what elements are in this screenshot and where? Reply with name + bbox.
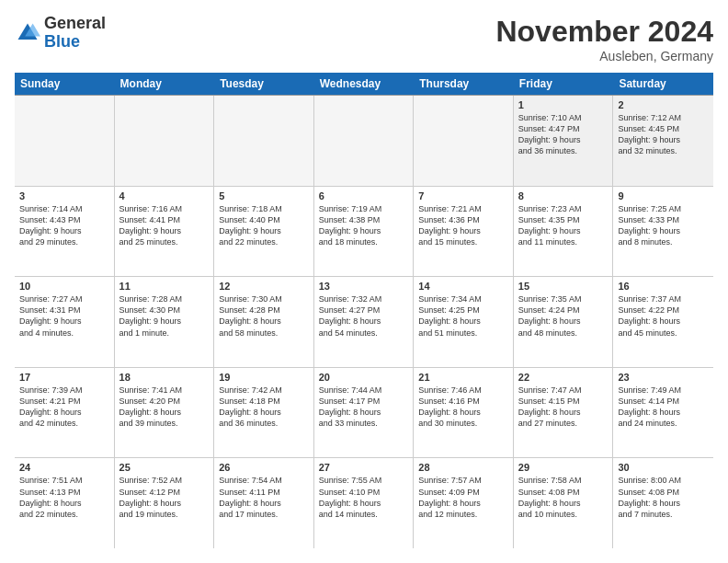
calendar-cell [115, 96, 215, 186]
day-number: 3 [19, 190, 109, 201]
logo: General Blue [15, 15, 106, 52]
day-number: 10 [19, 281, 109, 292]
day-info: Sunrise: 7:23 AM Sunset: 4:35 PM Dayligh… [518, 203, 609, 248]
day-info: Sunrise: 7:30 AM Sunset: 4:28 PM Dayligh… [219, 293, 309, 339]
calendar-week: 3Sunrise: 7:14 AM Sunset: 4:43 PM Daylig… [15, 187, 713, 278]
calendar-cell: 1Sunrise: 7:10 AM Sunset: 4:47 PM Daylig… [514, 96, 614, 186]
day-info: Sunrise: 7:28 AM Sunset: 4:30 PM Dayligh… [119, 293, 210, 339]
day-number: 13 [319, 281, 409, 292]
day-info: Sunrise: 7:44 AM Sunset: 4:17 PM Dayligh… [319, 385, 409, 430]
calendar-cell: 20Sunrise: 7:44 AM Sunset: 4:17 PM Dayli… [314, 368, 415, 458]
calendar-cell: 19Sunrise: 7:42 AM Sunset: 4:18 PM Dayli… [214, 368, 314, 458]
day-number: 18 [119, 372, 210, 383]
day-number: 22 [518, 372, 609, 383]
calendar-cell: 27Sunrise: 7:55 AM Sunset: 4:10 PM Dayli… [314, 458, 415, 548]
calendar-body: 1Sunrise: 7:10 AM Sunset: 4:47 PM Daylig… [15, 96, 713, 548]
page: General Blue November 2024 Ausleben, Ger… [0, 0, 728, 563]
day-info: Sunrise: 7:32 AM Sunset: 4:27 PM Dayligh… [319, 293, 409, 339]
calendar-cell: 4Sunrise: 7:16 AM Sunset: 4:41 PM Daylig… [115, 187, 215, 277]
weekday-header: Friday [514, 73, 614, 95]
calendar-cell: 23Sunrise: 7:49 AM Sunset: 4:14 PM Dayli… [613, 368, 713, 458]
day-info: Sunrise: 7:52 AM Sunset: 4:12 PM Dayligh… [119, 475, 210, 520]
calendar-cell: 8Sunrise: 7:23 AM Sunset: 4:35 PM Daylig… [514, 187, 614, 277]
calendar-cell: 6Sunrise: 7:19 AM Sunset: 4:38 PM Daylig… [314, 187, 415, 277]
logo-text: General Blue [44, 15, 106, 52]
calendar-cell: 3Sunrise: 7:14 AM Sunset: 4:43 PM Daylig… [15, 187, 115, 277]
day-number: 1 [518, 99, 609, 110]
weekday-header: Sunday [15, 73, 115, 95]
day-number: 19 [219, 372, 309, 383]
day-number: 25 [119, 462, 210, 473]
calendar-week: 10Sunrise: 7:27 AM Sunset: 4:31 PM Dayli… [15, 277, 713, 368]
calendar-cell: 25Sunrise: 7:52 AM Sunset: 4:12 PM Dayli… [115, 458, 215, 548]
day-number: 5 [219, 190, 309, 201]
calendar-cell: 21Sunrise: 7:46 AM Sunset: 4:16 PM Dayli… [414, 368, 514, 458]
calendar-week: 1Sunrise: 7:10 AM Sunset: 4:47 PM Daylig… [15, 96, 713, 187]
day-info: Sunrise: 7:37 AM Sunset: 4:22 PM Dayligh… [618, 293, 709, 339]
day-info: Sunrise: 7:10 AM Sunset: 4:47 PM Dayligh… [518, 112, 609, 157]
day-info: Sunrise: 7:46 AM Sunset: 4:16 PM Dayligh… [418, 385, 508, 430]
calendar-cell: 29Sunrise: 7:58 AM Sunset: 4:08 PM Dayli… [514, 458, 614, 548]
day-number: 16 [618, 281, 709, 292]
day-info: Sunrise: 7:47 AM Sunset: 4:15 PM Dayligh… [518, 385, 609, 430]
day-number: 7 [418, 190, 508, 201]
calendar-cell: 2Sunrise: 7:12 AM Sunset: 4:45 PM Daylig… [613, 96, 713, 186]
day-info: Sunrise: 7:35 AM Sunset: 4:24 PM Dayligh… [518, 293, 609, 339]
calendar-cell: 11Sunrise: 7:28 AM Sunset: 4:30 PM Dayli… [115, 277, 215, 367]
calendar-cell: 13Sunrise: 7:32 AM Sunset: 4:27 PM Dayli… [314, 277, 415, 367]
calendar-cell: 15Sunrise: 7:35 AM Sunset: 4:24 PM Dayli… [514, 277, 614, 367]
day-number: 2 [618, 99, 709, 110]
logo-icon [15, 20, 40, 46]
calendar: SundayMondayTuesdayWednesdayThursdayFrid… [15, 73, 713, 548]
day-info: Sunrise: 8:00 AM Sunset: 4:08 PM Dayligh… [618, 475, 709, 520]
calendar-cell [314, 96, 415, 186]
calendar-week: 24Sunrise: 7:51 AM Sunset: 4:13 PM Dayli… [15, 458, 713, 548]
day-info: Sunrise: 7:55 AM Sunset: 4:10 PM Dayligh… [319, 475, 409, 520]
weekday-header: Monday [115, 73, 215, 95]
day-info: Sunrise: 7:58 AM Sunset: 4:08 PM Dayligh… [518, 475, 609, 520]
calendar-cell [214, 96, 314, 186]
calendar-cell: 10Sunrise: 7:27 AM Sunset: 4:31 PM Dayli… [15, 277, 115, 367]
location: Ausleben, Germany [495, 49, 713, 63]
day-info: Sunrise: 7:14 AM Sunset: 4:43 PM Dayligh… [19, 203, 109, 248]
day-info: Sunrise: 7:25 AM Sunset: 4:33 PM Dayligh… [618, 203, 709, 248]
day-number: 8 [518, 190, 609, 201]
header: General Blue November 2024 Ausleben, Ger… [15, 15, 713, 63]
day-number: 20 [319, 372, 409, 383]
day-info: Sunrise: 7:51 AM Sunset: 4:13 PM Dayligh… [19, 475, 109, 520]
day-number: 21 [418, 372, 508, 383]
day-number: 9 [618, 190, 709, 201]
day-number: 4 [119, 190, 210, 201]
day-info: Sunrise: 7:42 AM Sunset: 4:18 PM Dayligh… [219, 385, 309, 430]
day-number: 29 [518, 462, 609, 473]
day-number: 24 [19, 462, 109, 473]
day-number: 17 [19, 372, 109, 383]
calendar-cell: 14Sunrise: 7:34 AM Sunset: 4:25 PM Dayli… [414, 277, 514, 367]
day-info: Sunrise: 7:27 AM Sunset: 4:31 PM Dayligh… [19, 293, 109, 339]
day-number: 26 [219, 462, 309, 473]
weekday-header: Tuesday [214, 73, 314, 95]
day-info: Sunrise: 7:19 AM Sunset: 4:38 PM Dayligh… [319, 203, 409, 248]
weekday-header: Wednesday [314, 73, 415, 95]
calendar-cell: 26Sunrise: 7:54 AM Sunset: 4:11 PM Dayli… [214, 458, 314, 548]
calendar-cell: 9Sunrise: 7:25 AM Sunset: 4:33 PM Daylig… [613, 187, 713, 277]
day-number: 30 [618, 462, 709, 473]
day-number: 23 [618, 372, 709, 383]
day-number: 12 [219, 281, 309, 292]
calendar-cell: 28Sunrise: 7:57 AM Sunset: 4:09 PM Dayli… [414, 458, 514, 548]
day-number: 14 [418, 281, 508, 292]
calendar-cell: 16Sunrise: 7:37 AM Sunset: 4:22 PM Dayli… [613, 277, 713, 367]
logo-general: General [44, 15, 106, 33]
weekday-header: Thursday [414, 73, 514, 95]
day-info: Sunrise: 7:18 AM Sunset: 4:40 PM Dayligh… [219, 203, 309, 248]
day-number: 6 [319, 190, 409, 201]
calendar-cell: 12Sunrise: 7:30 AM Sunset: 4:28 PM Dayli… [214, 277, 314, 367]
day-info: Sunrise: 7:49 AM Sunset: 4:14 PM Dayligh… [618, 385, 709, 430]
calendar-cell [15, 96, 115, 186]
calendar-cell: 30Sunrise: 8:00 AM Sunset: 4:08 PM Dayli… [613, 458, 713, 548]
day-number: 11 [119, 281, 210, 292]
calendar-cell: 22Sunrise: 7:47 AM Sunset: 4:15 PM Dayli… [514, 368, 614, 458]
weekday-header: Saturday [613, 73, 713, 95]
calendar-cell: 7Sunrise: 7:21 AM Sunset: 4:36 PM Daylig… [414, 187, 514, 277]
day-info: Sunrise: 7:12 AM Sunset: 4:45 PM Dayligh… [618, 112, 709, 157]
